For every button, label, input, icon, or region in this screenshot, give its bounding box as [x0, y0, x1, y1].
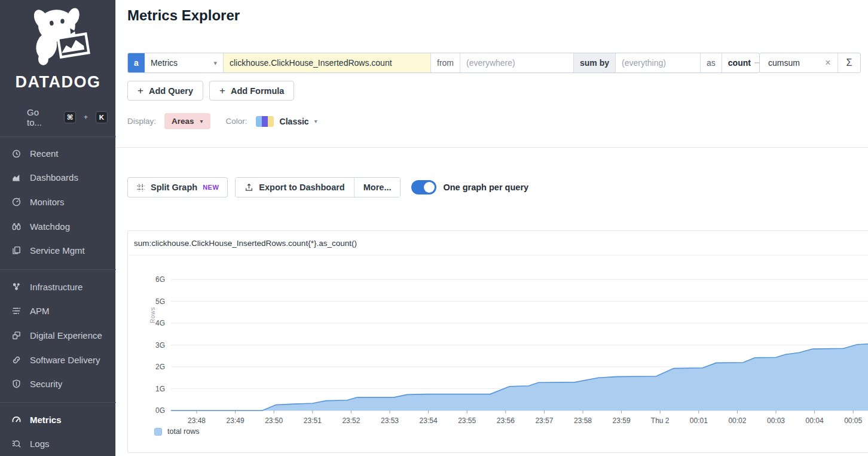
page-title: Metrics Explorer	[127, 7, 240, 24]
more-label: More...	[363, 183, 392, 192]
svg-text:Thu 2: Thu 2	[651, 417, 670, 425]
svg-text:6G: 6G	[155, 275, 165, 284]
export-to-dashboard-button[interactable]: Export to Dashboard	[236, 178, 353, 197]
sidebar-item-monitors[interactable]: Monitors	[0, 190, 116, 214]
metric-input[interactable]	[224, 58, 430, 68]
close-icon[interactable]: ×	[818, 57, 838, 68]
plus-icon: +	[219, 85, 225, 97]
sidebar-item-label: Infrastructure	[30, 282, 82, 292]
color-scheme-value[interactable]: Classic	[280, 117, 309, 126]
sum-by-input[interactable]	[616, 58, 700, 68]
export-icon	[244, 183, 253, 192]
cmd-key: ⌘	[64, 111, 76, 123]
sidebar-item-label: Monitors	[30, 197, 65, 207]
area-chart-plot[interactable]: 0G1G2G3G4G5G6G23:4823:4923:5023:5123:522…	[128, 257, 868, 427]
svg-text:23:58: 23:58	[574, 417, 592, 425]
svg-text:0G: 0G	[155, 406, 165, 415]
sidebar-item-software-delivery[interactable]: Software Delivery	[0, 348, 116, 372]
sidebar-item-label: Watchdog	[30, 221, 70, 232]
sum-by-label: sum by	[574, 53, 616, 72]
svg-text:23:48: 23:48	[188, 417, 206, 425]
sum-by-field	[616, 53, 701, 72]
as-count-dropdown[interactable]: count	[722, 53, 759, 72]
sidebar-item-label: APM	[30, 306, 50, 316]
svg-text:23:59: 23:59	[613, 417, 631, 425]
function-pill: cumsum × Σ	[759, 53, 861, 73]
display-type-dropdown[interactable]: Areas ▾	[164, 113, 210, 129]
chevron-down-icon: ▾	[213, 59, 217, 67]
split-graph-icon	[136, 183, 145, 192]
add-query-label: Add Query	[149, 86, 193, 96]
query-letter-badge[interactable]: a	[128, 53, 145, 72]
as-label: as	[701, 53, 722, 72]
metric-field	[224, 53, 431, 72]
query-source-dropdown[interactable]: Metrics ▾	[145, 53, 224, 72]
chart-query-title: sum:clickhouse.ClickHouse_InsertedRows.c…	[128, 231, 868, 256]
sidebar-group-3: Metrics Logs	[0, 408, 116, 456]
swatch-blue	[256, 116, 262, 127]
color-palette-swatch[interactable]	[256, 116, 274, 127]
add-formula-button[interactable]: + Add Formula	[209, 81, 294, 101]
display-label: Display:	[127, 117, 156, 126]
sidebar-divider	[0, 269, 116, 270]
export-more-group: Export to Dashboard More...	[235, 177, 401, 197]
sidebar-item-label: Recent	[30, 148, 59, 159]
sidebar-item-recent[interactable]: Recent	[0, 141, 116, 166]
display-options: Display: Areas ▾ Color: Classic ▾	[127, 113, 317, 129]
svg-text:23:52: 23:52	[342, 417, 360, 425]
infrastructure-icon	[10, 281, 22, 292]
legend-label: total rows	[167, 427, 200, 436]
split-graph-button[interactable]: Split Graph NEW	[127, 177, 228, 197]
function-name[interactable]: cumsum	[760, 58, 818, 68]
sidebar-item-security[interactable]: Security	[0, 372, 116, 396]
sidebar-group-2: Infrastructure APM Digital Experience So…	[0, 275, 116, 396]
add-formula-label: Add Formula	[231, 86, 284, 96]
display-type-value: Areas	[172, 117, 194, 126]
svg-text:23:51: 23:51	[304, 417, 322, 425]
apm-icon	[10, 306, 22, 317]
sidebar-item-service-mgmt[interactable]: Service Mgmt	[0, 238, 116, 263]
legend-item-total-rows[interactable]: total rows	[154, 427, 200, 436]
datadog-wordmark: DATADOG	[0, 73, 116, 92]
toggle-label: One graph per query	[443, 183, 528, 192]
svg-text:23:56: 23:56	[497, 417, 515, 425]
sidebar-item-label: Metrics	[30, 415, 62, 425]
service-mgmt-icon	[10, 245, 22, 256]
sidebar-item-watchdog[interactable]: Watchdog	[0, 214, 116, 239]
sidebar-item-label: Security	[30, 379, 62, 389]
sidebar-item-digital-experience[interactable]: Digital Experience	[0, 323, 116, 348]
more-button[interactable]: More...	[354, 178, 401, 197]
sidebar-item-label: Software Delivery	[30, 355, 100, 365]
software-delivery-icon	[10, 354, 22, 365]
svg-text:23:55: 23:55	[458, 417, 476, 425]
search-icon	[10, 111, 20, 123]
sidebar-item-metrics[interactable]: Metrics	[0, 408, 116, 432]
dashboards-icon	[10, 172, 22, 183]
sigma-icon[interactable]: Σ	[838, 53, 860, 72]
add-query-button[interactable]: + Add Query	[127, 81, 203, 101]
chevron-down-icon[interactable]: ▾	[314, 118, 317, 124]
go-to-label: Go to...	[27, 107, 51, 127]
key-separator: +	[84, 113, 88, 121]
datadog-logo[interactable]: DATADOG	[0, 2, 116, 92]
chart-card: sum:clickhouse.ClickHouse_InsertedRows.c…	[127, 230, 868, 453]
sidebar-item-apm[interactable]: APM	[0, 299, 116, 324]
sidebar-item-infrastructure[interactable]: Infrastructure	[0, 275, 116, 299]
svg-text:2G: 2G	[155, 363, 165, 371]
svg-text:00:04: 00:04	[806, 417, 824, 425]
go-to-search[interactable]: Go to... ⌘ + K	[0, 108, 116, 126]
svg-text:23:50: 23:50	[265, 417, 283, 425]
from-input[interactable]	[460, 58, 573, 68]
query-actions: + Add Query + Add Formula	[127, 81, 294, 101]
sidebar-group-1: Recent Dashboards Monitors Watchdog	[0, 141, 116, 263]
one-graph-per-query-toggle[interactable]	[411, 180, 436, 194]
section-divider	[116, 147, 868, 148]
svg-text:23:53: 23:53	[381, 417, 399, 425]
sidebar-item-label: Service Mgmt	[30, 245, 85, 256]
sidebar-item-dashboards[interactable]: Dashboards	[0, 166, 116, 190]
chevron-down-icon: ▾	[200, 118, 203, 124]
svg-text:4G: 4G	[155, 319, 165, 327]
svg-text:00:01: 00:01	[690, 417, 708, 425]
sidebar-item-logs[interactable]: Logs	[0, 432, 116, 456]
svg-text:00:02: 00:02	[728, 417, 746, 425]
